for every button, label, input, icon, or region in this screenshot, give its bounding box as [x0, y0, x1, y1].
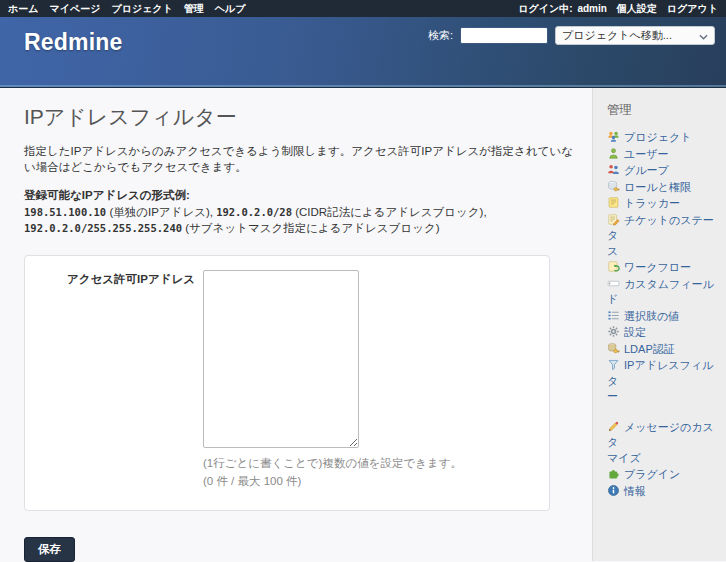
sidebar-item-label: トラッカー	[624, 197, 680, 209]
sidebar-item[interactable]: カスタムフィールド	[607, 277, 723, 308]
sidebar-item[interactable]: 設定	[607, 325, 723, 341]
projects-icon	[607, 130, 620, 143]
settings-icon	[607, 325, 620, 338]
user-icon	[607, 147, 620, 160]
sidebar-item[interactable]: プラグイン	[607, 467, 723, 483]
workflow-icon	[607, 260, 620, 273]
sidebar-item-label: プラグイン	[624, 468, 680, 480]
sidebar-item-label: IPアドレスフィルタ	[607, 359, 713, 387]
sidebar-item[interactable]: プロジェクト	[607, 130, 723, 146]
sidebar-item-label: 選択肢の値	[624, 310, 679, 322]
project-jump-value: プロジェクトへ移動...	[562, 28, 672, 43]
sidebar-item[interactable]: ロールと権限	[607, 180, 723, 196]
topbar-item-1[interactable]: マイページ	[49, 2, 100, 16]
sidebar-group: メッセージのカスタマイズプラグイン情報	[607, 420, 723, 500]
example-ip-cidr-desc: (CIDR記法によるアドレスブロック),	[292, 206, 487, 218]
sidebar-item-label: カスタムフィールド	[607, 278, 714, 306]
page-description: 指定したIPアドレスからのみアクセスできるよう制限します。アクセス許可IPアドレ…	[24, 144, 584, 175]
pencil-icon	[607, 420, 620, 433]
admin-sidebar: 管理 プロジェクトユーザーグループロールと権限トラッカーチケットのステータスワー…	[592, 88, 726, 561]
chevron-down-icon	[699, 30, 708, 42]
sidebar-item[interactable]: LDAP認証	[607, 342, 723, 358]
topbar-item-0[interactable]: ホーム	[8, 2, 38, 16]
topbar-item-4[interactable]: ヘルプ	[215, 2, 246, 16]
sidebar-item-label: マイズ	[607, 452, 641, 464]
allowed-ip-label: アクセス許可IPアドレス	[37, 270, 195, 488]
allowed-ip-field-row: アクセス許可IPアドレス (1行ごとに書くことで)複数の値を設定できます。 (0…	[37, 270, 537, 488]
search-input[interactable]	[460, 27, 548, 44]
enumeration-icon	[607, 309, 620, 322]
current-user-link[interactable]: admin	[577, 3, 606, 14]
topbar-item-3[interactable]: 管理	[184, 2, 204, 16]
sidebar-item[interactable]: 選択肢の値	[607, 309, 723, 325]
sidebar-item[interactable]: グループ	[607, 163, 723, 179]
ldap-icon	[607, 342, 620, 355]
app-logo[interactable]: Redmine	[0, 17, 123, 56]
sidebar-item-label: チケットのステータ	[607, 214, 714, 242]
sidebar-item-label: ユーザー	[624, 148, 669, 160]
sidebar-item-label: グループ	[624, 164, 669, 176]
allowed-ip-field-column: (1行ごとに書くことで)複数の値を設定できます。 (0 件 / 最大 100 件…	[203, 270, 462, 488]
sidebar-item-label: ス	[607, 245, 618, 257]
logged-in-status: ログイン中: admin	[518, 2, 607, 16]
example-ip-single-desc: (単独のIPアドレス),	[106, 206, 216, 218]
sidebar-item-label: LDAP認証	[624, 343, 675, 355]
sidebar-item-label: メッセージのカスタ	[607, 421, 714, 449]
group-icon	[607, 163, 620, 176]
filter-form-box: アクセス許可IPアドレス (1行ごとに書くことで)複数の値を設定できます。 (0…	[24, 255, 550, 511]
sidebar-item[interactable]: 情報	[607, 484, 723, 500]
allowed-ip-textarea[interactable]	[203, 270, 359, 448]
info-icon	[607, 484, 620, 497]
examples-heading: 登録可能なIPアドレスの形式例:	[24, 189, 190, 201]
search-label: 検索:	[428, 28, 453, 43]
save-button[interactable]: 保存	[24, 537, 75, 562]
example-ip-netmask: 192.0.2.0/255.255.255.240	[24, 222, 182, 234]
sidebar-item-label: ワークフロー	[624, 261, 691, 273]
roles-icon	[607, 180, 620, 193]
issue-status-icon	[607, 213, 620, 226]
tracker-icon	[607, 196, 620, 209]
logged-in-label: ログイン中:	[518, 3, 572, 14]
sidebar-item[interactable]: メッセージのカスタマイズ	[607, 420, 723, 467]
sidebar-item[interactable]: トラッカー	[607, 196, 723, 212]
example-ip-single: 198.51.100.10	[24, 206, 106, 218]
my-account-link[interactable]: 個人設定	[617, 2, 657, 16]
sidebar-item-label: プロジェクト	[624, 131, 692, 143]
multiline-hint: (1行ごとに書くことで)複数の値を設定できます。	[203, 456, 462, 470]
app-header: Redmine 検索: プロジェクトへ移動...	[0, 17, 726, 88]
logout-link[interactable]: ログアウト	[667, 2, 718, 16]
example-ip-cidr: 192.0.2.0/28	[216, 206, 292, 218]
main-content: IPアドレスフィルター 指定したIPアドレスからのみアクセスできるよう制限します…	[0, 88, 592, 561]
sidebar-item[interactable]: ユーザー	[607, 147, 723, 163]
page-title: IPアドレスフィルター	[24, 103, 576, 131]
sidebar-menu: プロジェクトユーザーグループロールと権限トラッカーチケットのステータスワークフロ…	[607, 130, 723, 499]
sidebar-item-label: 設定	[624, 326, 646, 338]
ip-filter-icon	[607, 358, 620, 371]
sidebar-item[interactable]: チケットのステータス	[607, 213, 723, 260]
top-menu-left: ホームマイページプロジェクト管理ヘルプ	[8, 2, 246, 16]
example-ip-netmask-desc: (サブネットマスク指定によるアドレスブロック)	[182, 222, 439, 234]
sidebar-title: 管理	[607, 102, 723, 119]
top-menu-right: ログイン中: admin 個人設定 ログアウト	[518, 2, 718, 16]
header-search-area: 検索: プロジェクトへ移動...	[428, 26, 715, 45]
redmine-admin-page: ホームマイページプロジェクト管理ヘルプ ログイン中: admin 個人設定 ログ…	[0, 0, 726, 562]
sidebar-item-label: 情報	[624, 485, 646, 497]
count-hint: (0 件 / 最大 100 件)	[203, 474, 462, 488]
custom-field-icon	[607, 277, 620, 290]
sidebar-item-label: ロールと権限	[624, 181, 691, 193]
sidebar-item[interactable]: IPアドレスフィルター	[607, 358, 723, 405]
sidebar-item[interactable]: ワークフロー	[607, 260, 723, 276]
address-format-examples: 登録可能なIPアドレスの形式例: 198.51.100.10 (単独のIPアドレ…	[24, 187, 584, 237]
top-menu-bar: ホームマイページプロジェクト管理ヘルプ ログイン中: admin 個人設定 ログ…	[0, 0, 726, 17]
project-jump-select[interactable]: プロジェクトへ移動...	[555, 26, 715, 45]
content-row: IPアドレスフィルター 指定したIPアドレスからのみアクセスできるよう制限します…	[0, 88, 726, 561]
sidebar-group: プロジェクトユーザーグループロールと権限トラッカーチケットのステータスワークフロ…	[607, 130, 723, 405]
plugin-icon	[607, 467, 620, 480]
topbar-item-2[interactable]: プロジェクト	[111, 2, 172, 16]
sidebar-item-label: ー	[607, 390, 618, 402]
